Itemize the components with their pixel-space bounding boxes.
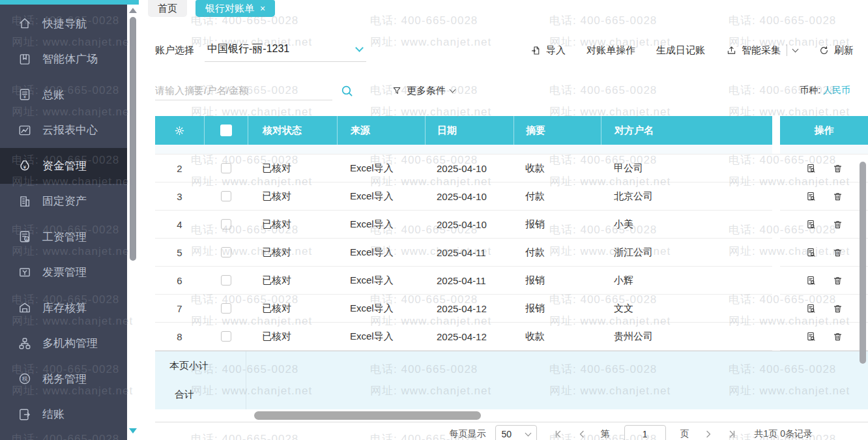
refresh-icon (818, 45, 830, 56)
row-summary: 报销 (514, 295, 601, 323)
view-detail-icon[interactable] (805, 275, 817, 286)
statement-actions-button[interactable]: 对账单操作 (586, 44, 635, 57)
view-detail-icon[interactable] (805, 219, 817, 230)
sidebar-item-cloud-report[interactable]: 云报表中心 (0, 113, 127, 149)
row-status: 已核对 (248, 323, 337, 351)
smart-collect-button[interactable]: 智能采集 (726, 44, 798, 57)
sidebar-item-label: 结账 (42, 407, 65, 422)
view-detail-icon[interactable] (805, 247, 817, 258)
row-summary: 收款 (514, 323, 601, 351)
delete-icon[interactable] (832, 191, 843, 202)
currency-label: 币种: (800, 85, 820, 95)
delete-icon[interactable] (832, 303, 843, 314)
horizontal-scrollbar[interactable] (155, 409, 868, 422)
import-button[interactable]: 导入 (530, 44, 566, 57)
row-number: 3 (155, 183, 204, 211)
view-detail-icon[interactable] (805, 191, 817, 202)
refresh-button[interactable]: 刷新 (818, 44, 854, 57)
view-detail-icon[interactable] (805, 331, 817, 342)
header-counterparty[interactable]: 对方户名 (601, 116, 772, 145)
header-status[interactable]: 核对状态 (248, 116, 337, 145)
sidebar-item-home[interactable]: 快捷导航 (0, 6, 127, 42)
column-gap (772, 295, 780, 323)
horizontal-scrollbar-thumb[interactable] (254, 411, 481, 420)
sidebar-item-multi-org[interactable]: 多机构管理 (0, 326, 127, 362)
sidebar-item-label: 云报表中心 (42, 123, 98, 138)
header-source[interactable]: 来源 (337, 116, 425, 145)
view-detail-icon[interactable] (805, 303, 817, 314)
delete-icon[interactable] (832, 275, 843, 286)
vertical-scrollbar-thumb[interactable] (860, 162, 866, 364)
delete-icon[interactable] (832, 163, 843, 174)
first-page-button[interactable] (554, 430, 563, 439)
view-detail-icon[interactable] (805, 163, 817, 174)
page-number-input[interactable] (624, 425, 666, 440)
search-icon[interactable] (340, 84, 354, 98)
row-status: 已核对 (248, 267, 337, 295)
row-status: 已核对 (248, 239, 337, 267)
sidebar-item-label: 固定资产 (42, 194, 87, 209)
search-box (155, 81, 354, 100)
tab-close-icon[interactable]: × (260, 3, 265, 14)
row-summary: 报销 (514, 211, 601, 239)
generate-journal-button[interactable]: 生成日记账 (656, 44, 705, 57)
row-summary: 收款 (514, 154, 601, 183)
app-window: 快捷导航智能体广场¥总账云报表中心¥资金管理固定资产¥工资管理发票管理库存核算多… (0, 0, 868, 440)
tab-home[interactable]: 首页 (148, 0, 187, 17)
more-conditions-label: 更多条件 (407, 85, 446, 97)
per-page-select[interactable]: 50 (495, 425, 537, 440)
prev-page-button[interactable] (577, 430, 586, 439)
next-page-button[interactable] (704, 430, 713, 439)
sidebar-nav: 快捷导航智能体广场¥总账云报表中心¥资金管理固定资产¥工资管理发票管理库存核算多… (0, 0, 127, 432)
row-checkbox[interactable] (221, 303, 231, 314)
row-checkbox[interactable] (221, 191, 231, 201)
row-checkbox[interactable] (221, 219, 231, 229)
last-page-button[interactable] (727, 430, 736, 439)
row-checkbox[interactable] (221, 275, 231, 286)
per-page-value: 50 (502, 429, 512, 439)
table-row: 7 已核对 Excel导入 2025-04-12 报销 文文 (155, 295, 868, 323)
sidebar-item-general-ledger[interactable]: ¥总账 (0, 77, 127, 113)
main-content: 首页 银行对账单 × 账户选择 中国银行-丽-1231 导入 (139, 0, 868, 440)
column-gap (772, 116, 780, 145)
tab-bar: 首页 银行对账单 × (139, 0, 868, 17)
scroll-down-arrow-icon[interactable] (129, 428, 137, 433)
sidebar-item-label: 智能体广场 (42, 51, 98, 66)
row-checkbox[interactable] (221, 331, 231, 342)
sidebar-scrollbar-thumb[interactable] (130, 17, 136, 261)
column-gap (772, 154, 780, 183)
row-checkbox[interactable] (221, 247, 231, 257)
row-date: 2025-04-12 (425, 295, 514, 323)
chevron-down-icon[interactable] (792, 46, 799, 52)
sidebar-item-label: 快捷导航 (42, 16, 87, 31)
sidebar-scrollbar[interactable] (127, 0, 139, 440)
currency-value[interactable]: 人民币 (823, 85, 850, 95)
page-suffix: 页 (680, 428, 689, 440)
account-toolbar-row: 账户选择 中国银行-丽-1231 导入 对账单操作 生成日记账 (139, 35, 868, 65)
delete-icon[interactable] (832, 331, 843, 342)
sidebar-item-invoice[interactable]: 发票管理 (0, 255, 127, 291)
scroll-up-arrow-icon[interactable] (129, 8, 137, 13)
sidebar-item-inventory[interactable]: 库存核算 (0, 290, 127, 326)
sidebar-item-tax[interactable]: 税税务管理 (0, 361, 127, 397)
grand-total-label: 合计 (155, 380, 246, 409)
select-all-checkbox[interactable] (220, 125, 232, 136)
header-date[interactable]: 日期 (425, 116, 514, 145)
sidebar-item-fund-management[interactable]: ¥资金管理 (0, 148, 127, 184)
table-body: 2 已核对 Excel导入 2025-04-10 收款 甲公司 3 已核对 Ex… (155, 154, 868, 351)
tab-bank-statement[interactable]: 银行对账单 × (195, 0, 275, 17)
table-row: 4 已核对 Excel导入 2025-04-10 报销 小美 (155, 211, 868, 239)
sidebar-item-agent-plaza[interactable]: 智能体广场 (0, 42, 127, 78)
column-settings-button[interactable] (155, 116, 204, 145)
delete-icon[interactable] (832, 247, 843, 258)
account-select[interactable]: 中国银行-丽-1231 (205, 38, 366, 62)
sidebar-item-payroll[interactable]: ¥工资管理 (0, 219, 127, 255)
row-checkbox[interactable] (221, 163, 231, 173)
column-gap (772, 239, 780, 267)
header-summary[interactable]: 摘要 (514, 116, 601, 145)
sidebar-item-closing[interactable]: 结账 (0, 397, 127, 433)
sidebar-item-fixed-assets[interactable]: 固定资产 (0, 184, 127, 220)
delete-icon[interactable] (832, 219, 843, 230)
search-input[interactable] (155, 81, 332, 100)
more-conditions-button[interactable]: 更多条件 (392, 85, 455, 97)
